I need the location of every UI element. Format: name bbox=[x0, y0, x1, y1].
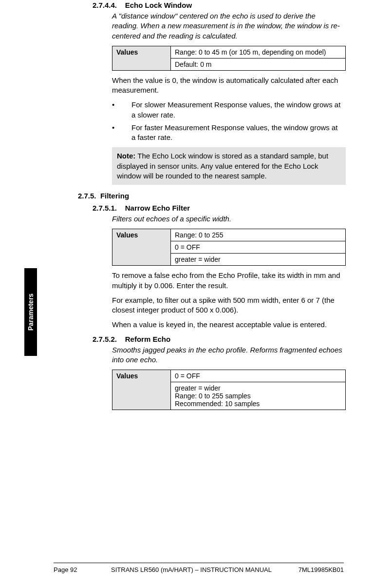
values-row: 0 = OFF bbox=[171, 370, 346, 382]
note-text: The Echo Lock window is stored as a stan… bbox=[117, 152, 328, 180]
heading-2-7-5: 2.7.5. Filtering bbox=[78, 192, 344, 200]
values-label: Values bbox=[112, 370, 171, 410]
paragraph: To remove a false echo from the Echo Pro… bbox=[112, 271, 344, 291]
heading-number: 2.7.5. bbox=[78, 192, 96, 200]
paragraph: When the value is 0, the window is autom… bbox=[112, 76, 344, 96]
paragraph: When a value is keyed in, the nearest ac… bbox=[112, 320, 344, 330]
heading-2-7-4-4: 2.7.4.4. Echo Lock Window bbox=[93, 1, 344, 9]
list-item: For slower Measurement Response values, … bbox=[112, 100, 344, 120]
heading-title: Reform Echo bbox=[125, 335, 170, 343]
heading-title: Narrow Echo Filter bbox=[125, 204, 190, 212]
list-item: For faster Measurement Response values, … bbox=[112, 123, 344, 143]
note-box: Note: The Echo Lock window is stored as … bbox=[112, 147, 346, 185]
section-description: Filters out echoes of a specific width. bbox=[112, 214, 344, 224]
footer-page-number: Page 92 bbox=[54, 566, 97, 573]
heading-title: Echo Lock Window bbox=[125, 1, 192, 9]
heading-2-7-5-1: 2.7.5.1. Narrow Echo Filter bbox=[93, 204, 344, 212]
side-tab-label: Parameters bbox=[27, 294, 35, 331]
side-tab-parameters: Parameters bbox=[24, 268, 37, 356]
values-table-narrow-echo: Values Range: 0 to 255 0 = OFF greater =… bbox=[112, 229, 346, 266]
values-range: Range: 0 to 45 m (or 105 m, depending on… bbox=[171, 46, 346, 58]
values-label: Values bbox=[112, 229, 171, 266]
values-row: Range: 0 to 255 bbox=[171, 229, 346, 241]
bullet-list: For slower Measurement Response values, … bbox=[112, 100, 344, 142]
footer-manual-title: SITRANS LR560 (mA/HART) – INSTRUCTION MA… bbox=[97, 566, 285, 573]
section-description: Smooths jagged peaks in the echo profile… bbox=[112, 345, 344, 365]
page-footer: Page 92 SITRANS LR560 (mA/HART) – INSTRU… bbox=[54, 563, 344, 573]
heading-number: 2.7.5.1. bbox=[93, 204, 117, 212]
footer-doc-code: 7ML19985KB01 bbox=[285, 566, 344, 573]
page-body: 2.7.4.4. Echo Lock Window A "distance wi… bbox=[0, 1, 373, 410]
heading-number: 2.7.5.2. bbox=[93, 335, 117, 343]
values-table-echo-lock: Values Range: 0 to 45 m (or 105 m, depen… bbox=[112, 46, 346, 71]
heading-2-7-5-2: 2.7.5.2. Reform Echo bbox=[93, 335, 344, 343]
heading-number: 2.7.4.4. bbox=[93, 1, 117, 9]
paragraph: For example, to filter out a spike with … bbox=[112, 295, 344, 315]
values-row: greater = wider bbox=[171, 254, 346, 266]
section-description: A "distance window" centered on the echo… bbox=[112, 11, 344, 41]
values-default: Default: 0 m bbox=[171, 58, 346, 70]
values-row: 0 = OFF bbox=[171, 241, 346, 254]
values-table-reform-echo: Values 0 = OFF greater = wider Range: 0 … bbox=[112, 370, 346, 410]
values-row: greater = wider Range: 0 to 255 samples … bbox=[171, 382, 346, 410]
note-label: Note: bbox=[117, 152, 135, 160]
values-label: Values bbox=[112, 46, 171, 70]
heading-title: Filtering bbox=[100, 192, 129, 200]
